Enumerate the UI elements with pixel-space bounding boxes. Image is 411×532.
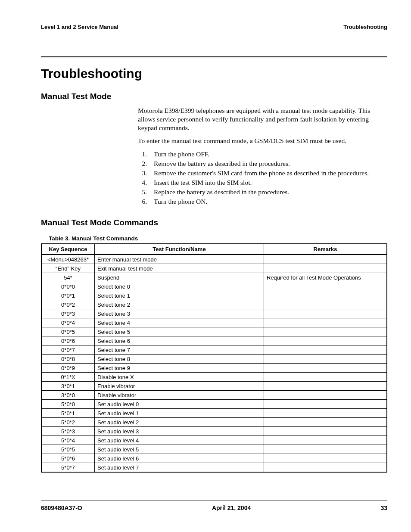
cell-key: 0*0*2 — [41, 300, 95, 309]
cell-key: 0*0*4 — [41, 318, 95, 327]
cell-func: Select tone 6 — [95, 336, 264, 345]
table-row: 5*0*2Set audio level 2 — [41, 418, 387, 427]
cell-remarks — [264, 454, 387, 463]
col-key: Key Sequence — [41, 244, 95, 255]
table-row: 5*0*7Set audio level 7 — [41, 463, 387, 473]
table-header-row: Key Sequence Test Function/Name Remarks — [41, 244, 387, 255]
step: Replace the battery as described in the … — [149, 188, 387, 196]
step: Turn the phone OFF. — [149, 150, 387, 159]
table-row: 54*SuspendRequired for all Test Mode Ope… — [41, 273, 387, 282]
cell-func: Select tone 0 — [95, 282, 264, 291]
header-right: Troubleshooting — [343, 24, 387, 30]
cell-remarks — [264, 391, 387, 400]
section-heading-2: Manual Test Mode Commands — [41, 218, 387, 227]
cell-func: Set audio level 5 — [95, 445, 264, 454]
cell-func: Set audio level 3 — [95, 427, 264, 436]
cell-func: Select tone 4 — [95, 318, 264, 327]
cell-func: Set audio level 6 — [95, 454, 264, 463]
footer-center: April 21, 2004 — [82, 504, 381, 511]
cell-remarks — [264, 355, 387, 364]
cell-remarks — [264, 400, 387, 409]
cell-remarks — [264, 336, 387, 345]
cell-func: Set audio level 0 — [95, 400, 264, 409]
cell-key: 0*0*5 — [41, 327, 95, 336]
cell-remarks — [264, 445, 387, 454]
cell-key: 5*0*5 — [41, 445, 95, 454]
section1-para2: To enter the manual test command mode, a… — [138, 137, 387, 145]
cell-remarks — [264, 409, 387, 418]
cell-key: 0*0*6 — [41, 336, 95, 345]
footer-left: 6809480A37-O — [41, 504, 82, 511]
chapter-title: Troubleshooting — [41, 66, 387, 81]
cell-key: 3*0*1 — [41, 382, 95, 391]
step: Insert the test SIM into the SIM slot. — [149, 178, 387, 187]
cell-key: 5*0*0 — [41, 400, 95, 409]
cell-remarks — [264, 463, 387, 473]
cell-remarks — [264, 291, 387, 300]
cell-func: Select tone 1 — [95, 291, 264, 300]
table-row: <Menu>048263*Enter manual test mode — [41, 255, 387, 264]
cell-func: Set audio level 7 — [95, 463, 264, 473]
table-row: 0*0*9Select tone 9 — [41, 364, 387, 373]
cell-key: 54* — [41, 273, 95, 282]
cell-func: Disable tone X — [95, 373, 264, 382]
cell-func: Disable vibrator — [95, 391, 264, 400]
cell-key: 5*0*2 — [41, 418, 95, 427]
page-footer: 6809480A37-O April 21, 2004 33 — [41, 501, 387, 511]
section1-para1: Motorola E398/E399 telephones are equipp… — [138, 106, 387, 132]
cell-func: Select tone 5 — [95, 327, 264, 336]
commands-table: Key Sequence Test Function/Name Remarks … — [41, 243, 387, 473]
table-row: 5*0*6Set audio level 6 — [41, 454, 387, 463]
table-row: 0*0*7Select tone 7 — [41, 345, 387, 355]
cell-key: 5*0*4 — [41, 436, 95, 445]
cell-key: 0*1*X — [41, 373, 95, 382]
cell-remarks — [264, 309, 387, 318]
cell-func: Suspend — [95, 273, 264, 282]
cell-remarks — [264, 364, 387, 373]
table-row: 0*1*XDisable tone X — [41, 373, 387, 382]
running-header: Level 1 and 2 Service Manual Troubleshoo… — [41, 24, 387, 33]
cell-func: Set audio level 2 — [95, 418, 264, 427]
cell-key: 5*0*3 — [41, 427, 95, 436]
cell-remarks — [264, 373, 387, 382]
cell-func: Select tone 2 — [95, 300, 264, 309]
col-func: Test Function/Name — [95, 244, 264, 255]
section-heading-1: Manual Test Mode — [41, 92, 387, 101]
header-left: Level 1 and 2 Service Manual — [41, 24, 118, 30]
page: Level 1 and 2 Service Manual Troubleshoo… — [0, 0, 411, 532]
step: Remove the battery as described in the p… — [149, 159, 387, 168]
section1-body: Motorola E398/E399 telephones are equipp… — [138, 106, 387, 206]
cell-key: 5*0*6 — [41, 454, 95, 463]
cell-remarks: Required for all Test Mode Operations — [264, 273, 387, 282]
cell-func: Set audio level 1 — [95, 409, 264, 418]
cell-remarks — [264, 427, 387, 436]
cell-remarks — [264, 345, 387, 355]
footer-right: 33 — [380, 504, 387, 511]
table-row: 3*0*0Disable vibrator — [41, 391, 387, 400]
table-row: 0*0*8Select tone 8 — [41, 355, 387, 364]
table-row: 0*0*6Select tone 6 — [41, 336, 387, 345]
cell-key: 0*0*9 — [41, 364, 95, 373]
cell-func: Exit manual test mode — [95, 264, 264, 273]
cell-remarks — [264, 318, 387, 327]
header-rule — [41, 56, 387, 58]
cell-key: 3*0*0 — [41, 391, 95, 400]
table-row: 0*0*2Select tone 2 — [41, 300, 387, 309]
cell-remarks — [264, 327, 387, 336]
step: Remove the customer's SIM card from the … — [149, 169, 387, 177]
table-row: 0*0*4Select tone 4 — [41, 318, 387, 327]
cell-func: Select tone 9 — [95, 364, 264, 373]
section1-steps: Turn the phone OFF. Remove the battery a… — [138, 150, 387, 206]
table-body: <Menu>048263*Enter manual test mode“End”… — [41, 255, 387, 472]
table-row: 3*0*1Enable vibrator — [41, 382, 387, 391]
cell-func: Select tone 3 — [95, 309, 264, 318]
table-row: 0*0*1Select tone 1 — [41, 291, 387, 300]
cell-func: Enable vibrator — [95, 382, 264, 391]
cell-func: Select tone 7 — [95, 345, 264, 355]
cell-key: 0*0*7 — [41, 345, 95, 355]
table-row: 0*0*5Select tone 5 — [41, 327, 387, 336]
cell-key: 0*0*3 — [41, 309, 95, 318]
col-rem: Remarks — [264, 244, 387, 255]
cell-remarks — [264, 255, 387, 264]
cell-func: Select tone 8 — [95, 355, 264, 364]
